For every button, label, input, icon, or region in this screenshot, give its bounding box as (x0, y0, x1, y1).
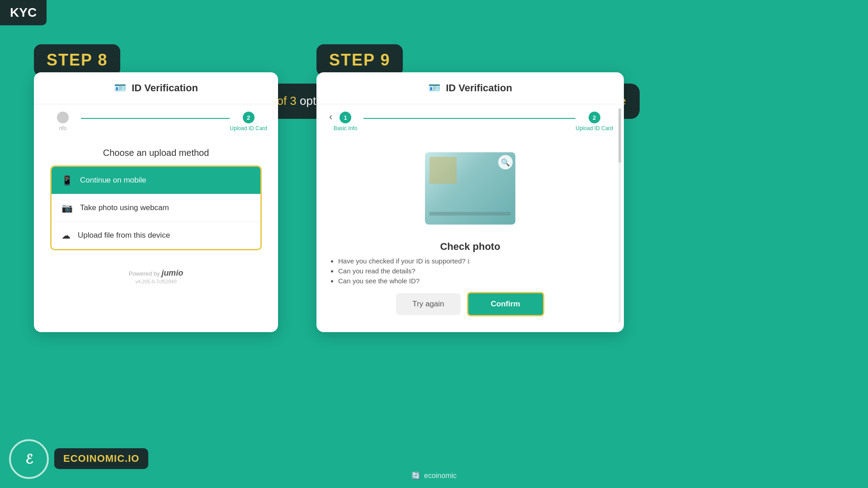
right-step2-label: Upload ID Card (576, 125, 613, 131)
option-webcam-label: Take photo using webcam (80, 203, 169, 212)
left-panel: 🪪 ID Verification nfo 2 Upload ID Card C… (34, 72, 278, 332)
check-item-2-text: Can you read the details? (338, 267, 415, 275)
left-progress-line (81, 118, 230, 119)
check-item-2: Can you read the details? (338, 267, 624, 275)
option-upload-file[interactable]: ☁ Upload file from this device (52, 222, 260, 249)
try-again-button[interactable]: Try again (396, 293, 460, 315)
check-photo-list: Have you checked if your ID is supported… (316, 257, 624, 285)
right-panel-title: ID Verification (446, 82, 512, 94)
zoom-button[interactable]: 🔍 (498, 155, 513, 169)
powered-by-text: Powered by (129, 270, 161, 277)
right-step1-label: Basic Info (334, 125, 358, 131)
logo-symbol: ℰ (25, 452, 33, 467)
webcam-icon: 📷 (61, 202, 73, 213)
check-item-1-text: Have you checked if your ID is supported… (338, 257, 466, 265)
info-icon-1: ℹ (467, 258, 470, 265)
bottom-logo: 🔄 ecoinomic (411, 471, 457, 480)
logo-circle: ℰ (9, 439, 49, 479)
right-step1-circle: 1 (340, 112, 351, 123)
right-progress-bar: 1 Basic Info 2 Upload ID Card (316, 104, 624, 139)
check-item-3: Can you see the whole ID? (338, 277, 624, 285)
option-upload-file-label: Upload file from this device (78, 231, 170, 240)
right-step2: 2 Upload ID Card (576, 112, 613, 131)
upload-method-title: Choose an upload method (34, 148, 278, 158)
left-panel-title: ID Verification (132, 82, 198, 94)
check-photo-title: Check photo (316, 241, 624, 253)
upload-icon: ☁ (61, 230, 71, 241)
left-step1: nfo (45, 112, 81, 131)
option-continue-mobile-label: Continue on mobile (80, 176, 146, 185)
left-step2-label: Upload ID Card (230, 125, 267, 131)
left-step2: 2 Upload ID Card (230, 112, 267, 131)
right-panel: 🪪 ID Verification 1 Basic Info 2 Upload … (316, 72, 624, 332)
kyc-badge: KYC (0, 0, 47, 25)
bottom-logo-text: ecoinomic (424, 472, 457, 480)
left-step1-label: nfo (59, 125, 67, 131)
brand-name: ECOINOMIC.IO (54, 448, 148, 469)
action-buttons: Try again Confirm (316, 292, 624, 316)
check-item-1: Have you checked if your ID is supported… (338, 257, 624, 265)
right-id-card-icon: 🪪 (428, 82, 440, 94)
left-panel-header: 🪪 ID Verification (34, 72, 278, 104)
right-progress-line (363, 118, 576, 119)
left-step1-circle (57, 112, 69, 123)
right-panel-header: 🪪 ID Verification (316, 72, 624, 104)
id-card-icon: 🪪 (114, 82, 126, 94)
version-number: v4.205.0-7cf52840 (34, 279, 278, 284)
left-progress-bar: nfo 2 Upload ID Card (34, 104, 278, 139)
powered-by: Powered by jumio v4.205.0-7cf52840 (34, 268, 278, 284)
id-image-container: 🔍 (335, 143, 606, 234)
option-continue-mobile[interactable]: 📱 Continue on mobile (52, 167, 260, 194)
mobile-icon: 📱 (61, 175, 73, 186)
upload-option-list: 📱 Continue on mobile 📷 Take photo using … (50, 165, 262, 250)
left-step2-circle: 2 (243, 112, 255, 123)
right-step2-circle: 2 (589, 112, 600, 123)
scroll-indicator (618, 108, 621, 323)
jumio-brand: jumio (161, 268, 183, 277)
option-webcam[interactable]: 📷 Take photo using webcam (52, 194, 260, 222)
bottom-logo-icon: 🔄 (411, 471, 420, 480)
scroll-thumb (618, 108, 621, 163)
check-item-3-text: Can you see the whole ID? (338, 277, 420, 285)
step8-label: STEP 8 (34, 44, 120, 76)
step9-label: STEP 9 (316, 44, 403, 76)
id-card-image: 🔍 (425, 152, 515, 225)
back-button[interactable]: ‹ (325, 109, 337, 125)
confirm-button[interactable]: Confirm (467, 292, 544, 316)
